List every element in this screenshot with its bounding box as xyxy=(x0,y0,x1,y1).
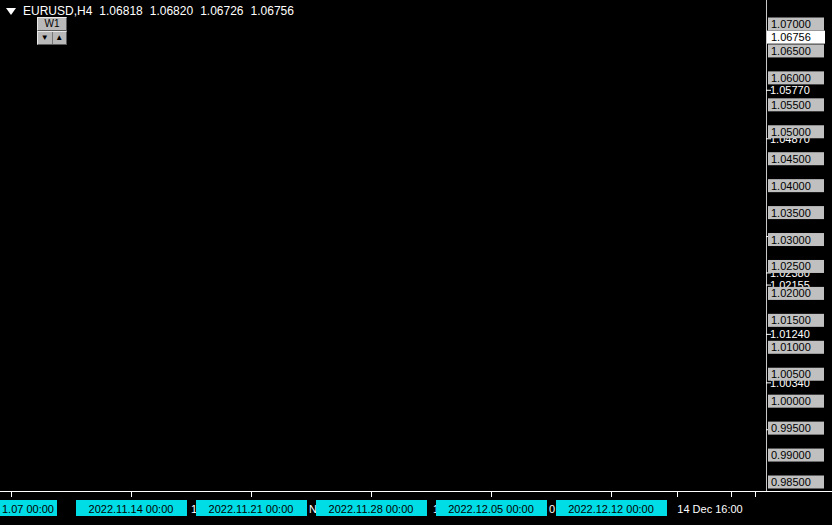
price-gridline-label: 0.99500 xyxy=(771,422,811,434)
week-date-label: 2022.11.14 00:00 xyxy=(89,503,174,515)
price-gridline-label: 1.06500 xyxy=(771,45,811,57)
timeframe-w1-button[interactable]: W1 xyxy=(37,17,67,31)
price-gridline-label: 0.99000 xyxy=(771,449,811,461)
price-gridline-label: 1.01000 xyxy=(771,341,811,353)
low-value: 1.06726 xyxy=(200,4,243,18)
arrow-up-icon[interactable]: ▲ xyxy=(53,32,67,44)
week-date-label: 1.07 00:00 xyxy=(2,503,54,515)
week-date-label: 2022.12.05 00:00 xyxy=(448,503,534,515)
high-value: 1.06820 xyxy=(150,4,193,18)
price-gridline-label: 1.05000 xyxy=(771,126,811,138)
week-date-label: 2022.12.12 00:00 xyxy=(568,503,654,515)
week-date-label: 2022.11.28 00:00 xyxy=(329,503,414,515)
scroll-buttons[interactable]: ▼ ▲ xyxy=(37,31,67,45)
close-value: 1.06756 xyxy=(251,4,294,18)
price-marker-label: 1.05770 xyxy=(770,84,810,96)
current-time-label: 14 Dec 16:00 xyxy=(677,503,742,515)
price-gridline-label: 1.02000 xyxy=(771,287,811,299)
price-gridline-label: 1.02500 xyxy=(771,260,811,272)
current-price-label: 1.06756 xyxy=(771,31,811,43)
price-gridline-label: 1.03500 xyxy=(771,207,811,219)
time-label-remnant: N xyxy=(309,503,317,515)
price-gridline-label: 1.05500 xyxy=(771,99,811,111)
price-gridline-label: 1.01500 xyxy=(771,314,811,326)
chart-borders xyxy=(0,0,832,525)
arrow-down-icon[interactable]: ▼ xyxy=(38,32,53,44)
symbol-dropdown-icon[interactable] xyxy=(6,8,16,15)
price-gridline-label: 1.06000 xyxy=(771,72,811,84)
price-gridline-label: 1.00500 xyxy=(771,368,811,380)
price-gridline-label: 1.00000 xyxy=(771,395,811,407)
price-chart-canvas[interactable]: 1.057701.048701.030551.023801.021551.012… xyxy=(0,0,832,525)
price-gridline-label: 1.07000 xyxy=(771,18,811,30)
price-gridline-label: 0.98500 xyxy=(771,476,811,488)
chart-background xyxy=(0,0,832,525)
week-date-label: 2022.11.21 00:00 xyxy=(209,503,294,515)
chart-window: 1.057701.048701.030551.023801.021551.012… xyxy=(0,0,832,525)
price-gridline-label: 1.04500 xyxy=(771,153,811,165)
symbol-timeframe-label: EURUSD,H4 xyxy=(23,4,92,18)
ohlc-header: EURUSD,H41.068181.068201.067261.06756 xyxy=(6,4,294,18)
price-marker-label: 1.01240 xyxy=(770,328,810,340)
time-label-remnant: 0 xyxy=(549,503,555,515)
price-gridline-label: 1.04000 xyxy=(771,180,811,192)
open-value: 1.06818 xyxy=(99,4,142,18)
price-gridline-label: 1.03000 xyxy=(771,234,811,246)
